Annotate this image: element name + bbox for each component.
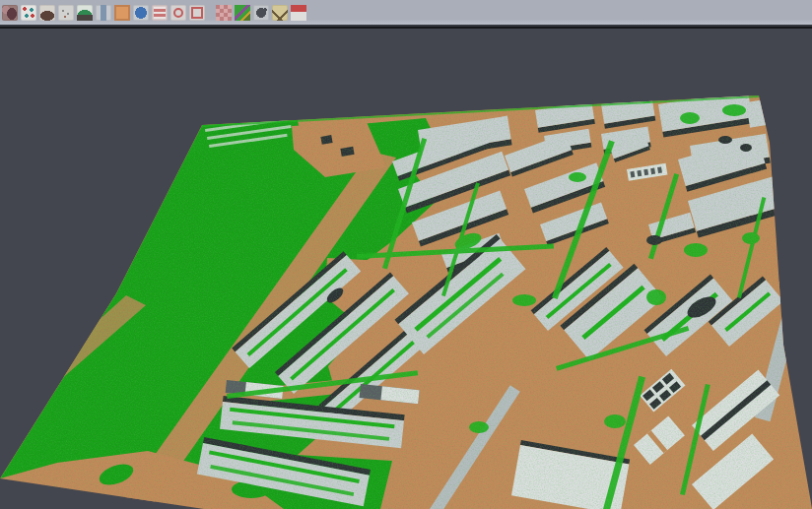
- red-flag-icon[interactable]: [291, 5, 306, 21]
- point-cloud-scene: [0, 29, 812, 509]
- toolbar: [0, 0, 812, 27]
- toolbar-separator: [208, 5, 216, 21]
- red-layers-icon[interactable]: [152, 5, 168, 21]
- terrain-brown-icon[interactable]: [39, 5, 55, 21]
- pink-grid-icon[interactable]: [216, 5, 232, 21]
- classification-map-icon[interactable]: [235, 5, 250, 21]
- 3d-viewport[interactable]: [0, 29, 812, 509]
- mesh-red-icon[interactable]: [2, 5, 18, 21]
- red-circle-icon[interactable]: [170, 5, 186, 21]
- point-cloud-dots-icon[interactable]: [21, 5, 36, 21]
- terrain-green-icon[interactable]: [77, 5, 93, 21]
- height-bar-icon[interactable]: [96, 5, 111, 21]
- sparse-points-icon[interactable]: [58, 5, 74, 21]
- globe-icon[interactable]: [133, 5, 149, 21]
- speckle-dark-overlay: [0, 84, 812, 509]
- red-dashed-selection-icon[interactable]: [189, 5, 205, 21]
- gear-icon[interactable]: [253, 5, 269, 21]
- ortho-tile-icon[interactable]: [114, 5, 130, 21]
- clip-box-icon[interactable]: [272, 5, 288, 21]
